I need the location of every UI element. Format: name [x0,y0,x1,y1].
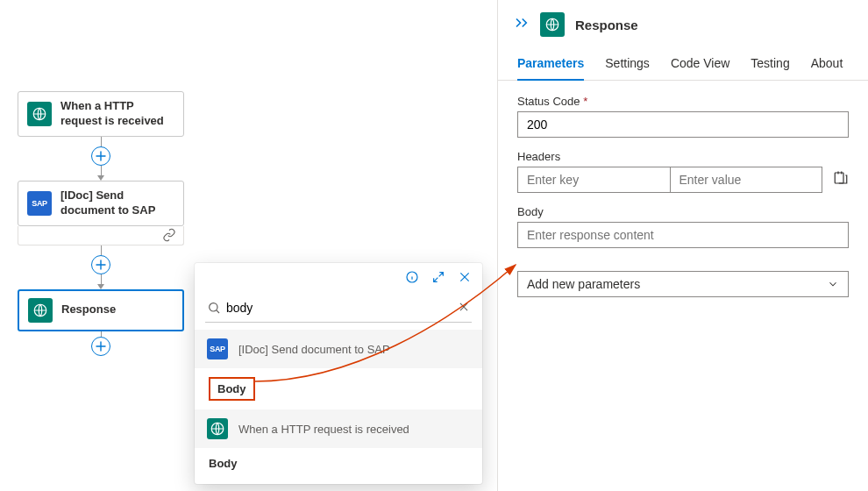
header-value-input[interactable] [671,167,823,193]
tab-parameters[interactable]: Parameters [517,56,584,81]
picker-group-header-http: When a HTTP request is received [195,409,482,448]
picker-group-title: [IDoc] Send document to SAP [238,343,390,356]
status-code-label: Status Code * [517,95,849,108]
panel-header: Response [498,0,868,44]
connector [18,331,184,358]
workflow-designer: When a HTTP request is received SAP [IDo… [18,91,184,358]
dynamic-content-picker: SAP [IDoc] Send document to SAP Body Whe… [195,263,482,484]
connector [18,246,184,289]
picker-item-body-sap[interactable]: Body [195,368,482,409]
sap-icon: SAP [207,338,228,359]
action-node-response[interactable]: Response [18,289,184,331]
picker-item-label: Body [209,377,255,401]
tab-testing[interactable]: Testing [751,56,789,80]
expand-icon[interactable] [431,270,445,287]
panel-tabs: Parameters Settings Code View Testing Ab… [498,44,868,81]
connection-indicator[interactable] [18,226,184,246]
svg-rect-6 [835,173,843,183]
body-label: Body [517,205,849,218]
toggle-text-mode-icon[interactable] [833,170,849,189]
info-icon[interactable] [405,270,419,287]
parameters-form: Status Code * Headers Body Add new param… [498,81,868,311]
globe-icon [27,102,52,126]
tab-code-view[interactable]: Code View [671,56,729,80]
header-key-input[interactable] [517,167,671,193]
status-code-input[interactable] [517,111,849,138]
globe-icon [28,298,53,323]
search-icon [207,301,221,315]
picker-item-label: Body [209,457,238,470]
headers-label: Headers [517,150,849,163]
svg-point-3 [210,303,217,311]
add-new-parameters-label: Add new parameters [527,277,640,291]
add-step-button[interactable] [91,337,110,356]
node-label: When a HTTP request is received [60,99,174,129]
action-node-sap[interactable]: SAP [IDoc] Send document to SAP [18,181,184,246]
clear-search-icon[interactable] [458,301,470,316]
node-label: [IDoc] Send document to SAP [60,189,174,218]
sap-icon: SAP [27,191,52,216]
panel-title: Response [575,18,638,32]
picker-search-input[interactable] [221,297,458,318]
add-new-parameters-dropdown[interactable]: Add new parameters [517,271,849,297]
action-config-panel: Response Parameters Settings Code View T… [497,0,868,491]
connector [18,137,184,181]
picker-group-title: When a HTTP request is received [238,423,409,436]
collapse-panel-button[interactable] [514,17,530,32]
close-icon[interactable] [458,270,472,287]
add-step-button[interactable] [91,255,110,274]
node-label: Response [61,302,116,317]
add-step-button[interactable] [91,146,110,166]
globe-icon [540,12,565,37]
chevron-down-icon [827,278,839,290]
picker-group-header-sap: SAP [IDoc] Send document to SAP [195,330,482,368]
globe-icon [207,418,228,439]
body-input[interactable] [517,222,849,248]
tab-about[interactable]: About [811,56,843,80]
picker-search [205,294,472,323]
trigger-node-http-request[interactable]: When a HTTP request is received [18,91,184,137]
picker-item-body-http[interactable]: Body [195,448,482,479]
picker-toolbar [195,263,482,290]
tab-settings[interactable]: Settings [605,56,650,80]
